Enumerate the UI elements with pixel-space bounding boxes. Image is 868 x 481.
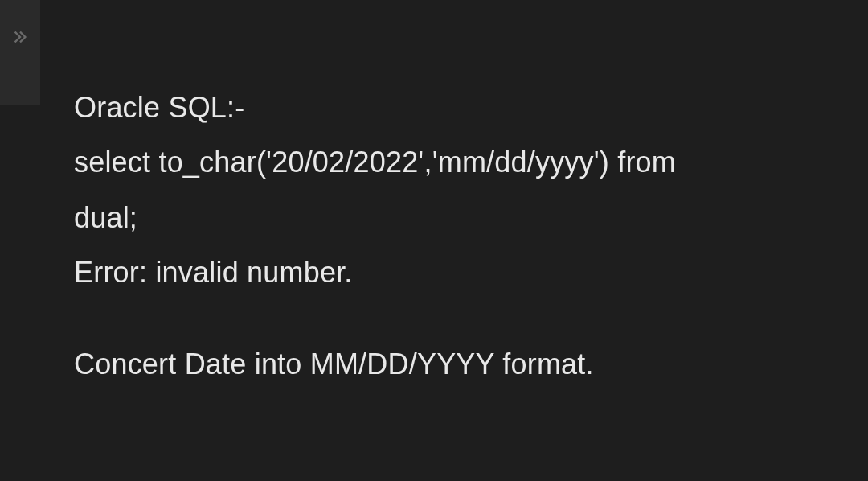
text-line: Oracle SQL:- xyxy=(74,80,844,135)
chevron-right-double-icon xyxy=(11,28,29,46)
expand-tab[interactable] xyxy=(0,0,40,105)
spacer xyxy=(74,301,844,337)
text-line: Error: invalid number. xyxy=(74,245,844,300)
text-line: Concert Date into MM/DD/YYYY format. xyxy=(74,337,844,392)
text-line: select to_char('20/02/2022','mm/dd/yyyy'… xyxy=(74,135,844,190)
text-content: Oracle SQL:- select to_char('20/02/2022'… xyxy=(0,0,868,416)
text-line: dual; xyxy=(74,191,844,245)
